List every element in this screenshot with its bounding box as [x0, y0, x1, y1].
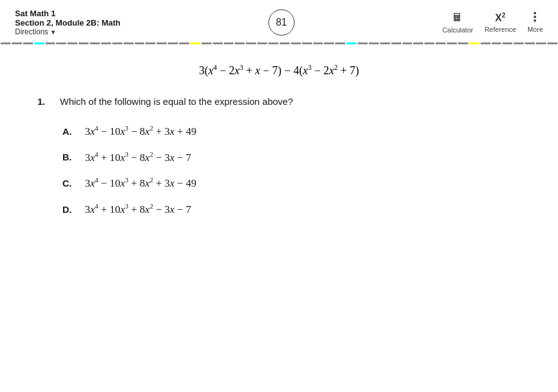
divider-segment [179, 42, 189, 44]
directions-toggle[interactable]: Directions ▼ [15, 27, 120, 36]
answer-options: A. 3x4 − 10x3 − 8x2 + 3x + 49 B. 3x4 + 1… [37, 124, 521, 216]
option-d[interactable]: D. 3x4 + 10x3 + 8x2 − 3x − 7 [62, 202, 521, 216]
divider-segment [224, 42, 234, 44]
divider-segment [213, 42, 223, 44]
divider-segment [79, 42, 89, 44]
divider-segment [257, 42, 267, 44]
divider-segment [291, 42, 301, 44]
question-stem-text: Which of the following is equal to the e… [60, 96, 293, 107]
divider-segment [324, 42, 334, 44]
divider-segment [280, 42, 290, 44]
divider-segment [1, 42, 11, 44]
divider-segment [101, 42, 111, 44]
divider-segment [313, 42, 323, 44]
divider-segment [90, 42, 100, 44]
exam-title: Sat Math 1 [15, 9, 120, 18]
divider-segment [481, 42, 491, 44]
chevron-down-icon: ▼ [50, 29, 56, 36]
option-b-letter: B. [62, 152, 75, 162]
option-c-letter: C. [62, 178, 75, 189]
option-a-letter: A. [62, 126, 75, 137]
divider-segment [135, 42, 145, 44]
divider-segment [302, 42, 312, 44]
option-a-expr: 3x4 − 10x3 − 8x2 + 3x + 49 [85, 124, 197, 138]
option-a[interactable]: A. 3x4 − 10x3 − 8x2 + 3x + 49 [62, 124, 521, 138]
divider-segment [492, 42, 502, 44]
header-left: Sat Math 1 Section 2, Module 2B: Math Di… [15, 9, 120, 36]
divider-segment [124, 42, 134, 44]
divider-segment [469, 42, 479, 44]
question-stem: 1. Which of the following is equal to th… [37, 96, 521, 107]
question-number-badge: 81 [268, 9, 295, 36]
dot3 [534, 19, 536, 22]
divider-segment [202, 42, 212, 44]
divider-segment [190, 42, 200, 44]
divider-segment [380, 42, 390, 44]
option-b[interactable]: B. 3x4 + 10x3 − 8x2 − 3x − 7 [62, 150, 521, 164]
divider-segment [391, 42, 401, 44]
dot1 [534, 12, 536, 14]
reference-icon: X2 [495, 12, 505, 24]
option-b-expr: 3x4 + 10x3 − 8x2 − 3x − 7 [85, 150, 191, 164]
question-counter: 81 [268, 9, 295, 36]
divider-segment [424, 42, 434, 44]
calculator-icon: 🖩 [452, 11, 463, 24]
header: Sat Math 1 Section 2, Module 2B: Math Di… [0, 0, 558, 41]
divider-segment [514, 42, 524, 44]
divider-segment [346, 42, 356, 44]
divider-segment [413, 42, 423, 44]
divider-segment [268, 42, 278, 44]
header-tools: 🖩 Calculator X2 Reference More [443, 11, 543, 34]
divider-segment [67, 42, 77, 44]
divider-segment [369, 42, 379, 44]
divider-segment [145, 42, 155, 44]
question-stem-number: 1. [37, 96, 50, 107]
option-d-expr: 3x4 + 10x3 + 8x2 − 3x − 7 [85, 202, 191, 216]
divider-segment [536, 42, 546, 44]
more-tool[interactable]: More [527, 12, 543, 33]
divider-segment [157, 42, 167, 44]
reference-label: Reference [484, 26, 516, 33]
exam-subtitle: Section 2, Module 2B: Math [15, 18, 120, 27]
option-c[interactable]: C. 3x4 − 10x3 + 8x2 + 3x − 49 [62, 176, 521, 190]
calculator-label: Calculator [443, 26, 474, 34]
directions-label: Directions [15, 27, 48, 36]
divider-segment [235, 42, 245, 44]
divider-segment [436, 42, 446, 44]
divider-segment [112, 42, 122, 44]
divider-segment [502, 42, 512, 44]
divider-segment [458, 42, 468, 44]
divider-segment [358, 42, 368, 44]
calculator-tool[interactable]: 🖩 Calculator [443, 11, 474, 34]
reference-tool[interactable]: X2 Reference [484, 12, 516, 33]
option-d-letter: D. [62, 204, 75, 215]
divider-segment [246, 42, 256, 44]
divider-segment [34, 42, 44, 44]
divider-segment [525, 42, 535, 44]
more-label: More [527, 26, 543, 33]
divider-segment [46, 42, 56, 44]
main-content: 3(x4 − 2x3 + x − 7) − 4(x3 − 2x2 + 7) 1.… [0, 45, 558, 228]
divider-segment [547, 42, 557, 44]
divider-segment [447, 42, 457, 44]
divider-segment [168, 42, 178, 44]
divider-segment [335, 42, 345, 44]
dot2 [534, 16, 536, 18]
more-icon [534, 12, 536, 22]
expression-display: 3(x4 − 2x3 + x − 7) − 4(x3 − 2x2 + 7) [37, 64, 521, 77]
divider-segment [403, 42, 413, 44]
divider-segment [12, 42, 22, 44]
divider-segment [23, 42, 33, 44]
divider-segment [56, 42, 66, 44]
option-c-expr: 3x4 − 10x3 + 8x2 + 3x − 49 [85, 176, 197, 190]
